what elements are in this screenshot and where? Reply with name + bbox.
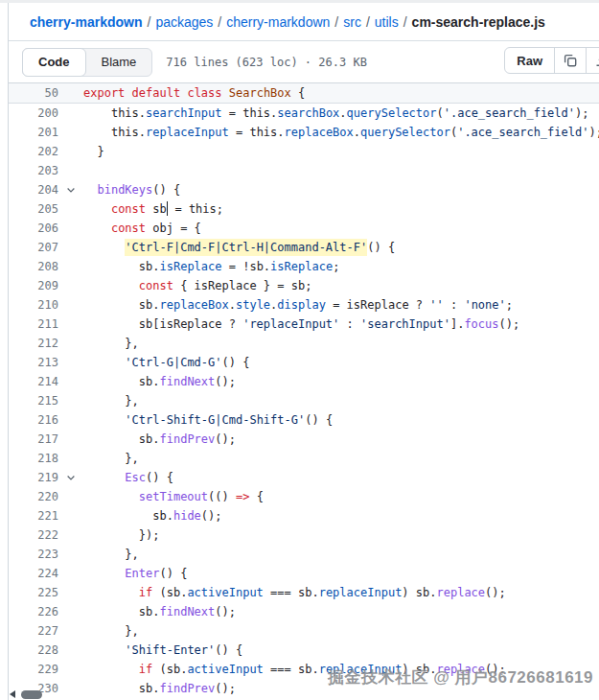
- line-number[interactable]: 217: [9, 430, 58, 449]
- breadcrumb-separator: /: [147, 14, 150, 30]
- code-token: if: [139, 663, 152, 676]
- code-token: {: [249, 490, 263, 503]
- code-token: '.ace_search_field': [457, 126, 588, 139]
- line-number[interactable]: 209: [9, 276, 58, 295]
- code-token: ].: [450, 317, 464, 331]
- code-token: [125, 86, 131, 100]
- file-view-panel: cherry-markdown/packages/cherry-markdown…: [8, 3, 599, 700]
- code-line: 221 sb.hide();: [9, 506, 599, 525]
- line-number[interactable]: 225: [9, 583, 58, 602]
- line-number[interactable]: 229: [9, 660, 58, 679]
- code-token: });: [139, 528, 160, 542]
- line-number[interactable]: 227: [9, 621, 58, 641]
- code-token: replace: [436, 586, 485, 599]
- line-number[interactable]: 216: [9, 410, 58, 430]
- raw-button-group: Raw: [504, 47, 599, 74]
- code-token: bindKeys: [97, 183, 152, 197]
- line-number[interactable]: 201: [9, 123, 58, 142]
- code-token: style: [236, 298, 270, 312]
- code-line: 214 sb.findNext();: [9, 372, 599, 391]
- code-line: 222 });: [9, 525, 599, 545]
- line-number[interactable]: 226: [9, 602, 58, 621]
- line-number[interactable]: 207: [9, 238, 58, 257]
- breadcrumb-link[interactable]: utils: [375, 14, 399, 30]
- breadcrumb-link[interactable]: packages: [155, 14, 213, 30]
- code-line: 228 'Shift-Enter'() {: [9, 641, 599, 660]
- line-number[interactable]: 203: [9, 161, 58, 180]
- code-token: =>: [236, 490, 249, 503]
- code-token: if: [139, 586, 152, 599]
- code-text: }: [83, 142, 104, 161]
- code-token: () {: [146, 471, 173, 484]
- code-token: 'none': [464, 298, 505, 312]
- line-number[interactable]: 223: [9, 545, 58, 564]
- code-token: (sb.: [152, 586, 187, 599]
- line-number[interactable]: 215: [9, 391, 58, 410]
- code-token: '.ace_search_field': [444, 106, 575, 120]
- code-token: = this.: [222, 106, 278, 120]
- code-line: 203: [9, 161, 599, 180]
- breadcrumb-separator: /: [218, 14, 221, 30]
- code-text: this.searchInput = this.searchBox.queryS…: [83, 104, 588, 123]
- code-token: replaceBox: [285, 126, 354, 139]
- line-number[interactable]: 204: [9, 180, 58, 199]
- collapse-chevron-icon[interactable]: [58, 184, 83, 196]
- line-number[interactable]: 220: [9, 487, 58, 506]
- code-line: 218 },: [9, 449, 599, 468]
- code-token: .: [229, 298, 236, 312]
- breadcrumb-link[interactable]: cherry-markdown: [226, 14, 330, 30]
- code-token: sb.: [139, 260, 160, 273]
- copy-button[interactable]: [555, 48, 587, 73]
- line-number[interactable]: 212: [9, 334, 58, 353]
- line-number[interactable]: 206: [9, 219, 58, 238]
- line-number[interactable]: 221: [9, 506, 58, 525]
- code-text: const obj = {: [83, 219, 201, 238]
- line-number[interactable]: 200: [9, 104, 58, 123]
- code-token: const: [111, 202, 146, 216]
- code-text: setTimeout(() => {: [83, 487, 264, 506]
- line-number[interactable]: 218: [9, 449, 58, 468]
- line-number[interactable]: 228: [9, 641, 58, 660]
- code-token: = !sb.: [222, 260, 271, 273]
- collapse-chevron-icon[interactable]: [58, 472, 83, 483]
- code-token: querySelector: [347, 106, 437, 120]
- line-number[interactable]: 214: [9, 372, 58, 391]
- code-token: Esc: [125, 471, 146, 484]
- line-number[interactable]: 208: [9, 257, 58, 276]
- line-number[interactable]: 205: [9, 199, 58, 219]
- code-text: sb.findNext();: [83, 372, 236, 391]
- line-number[interactable]: 219: [9, 468, 58, 487]
- line-number[interactable]: 210: [9, 295, 58, 315]
- code-blame-switcher: Code Blame: [22, 48, 152, 77]
- tab-code[interactable]: Code: [22, 48, 86, 77]
- code-text: 'Ctrl-G|Cmd-G'() {: [83, 353, 249, 372]
- line-number[interactable]: 222: [9, 525, 58, 545]
- code-line: 212 },: [9, 334, 599, 353]
- scrollbar-thumb[interactable]: [21, 690, 42, 699]
- line-number[interactable]: 224: [9, 564, 58, 583]
- line-number[interactable]: 202: [9, 142, 58, 161]
- scrollbar-left-arrow-icon[interactable]: [10, 690, 15, 698]
- code-line: 219 Esc() {: [9, 468, 599, 487]
- code-text: this.replaceInput = this.replaceBox.quer…: [83, 123, 599, 142]
- code-token: 'replaceInput': [242, 317, 339, 331]
- code-line: 205 const sb = this;: [9, 199, 599, 219]
- line-number[interactable]: 50: [9, 83, 58, 103]
- code-token: const: [111, 222, 146, 235]
- code-token: () {: [305, 413, 333, 427]
- code-text: const { isReplace } = sb;: [83, 276, 311, 295]
- breadcrumb-link[interactable]: cherry-markdown: [30, 14, 142, 30]
- tab-blame[interactable]: Blame: [86, 49, 152, 76]
- line-number[interactable]: 211: [9, 315, 58, 334]
- code-text: });: [83, 525, 159, 545]
- code-text: sb.hide();: [83, 506, 222, 525]
- code-line: 204 bindKeys() {: [9, 180, 599, 199]
- download-button[interactable]: [587, 48, 599, 73]
- raw-button[interactable]: Raw: [505, 48, 555, 73]
- breadcrumb-link[interactable]: src: [343, 14, 361, 30]
- code-text: const sb = this;: [83, 199, 223, 219]
- code-line: 226 sb.findNext();: [9, 602, 599, 621]
- code-text: sb[isReplace ? 'replaceInput' : 'searchI…: [83, 315, 519, 334]
- horizontal-scrollbar[interactable]: [0, 688, 599, 700]
- line-number[interactable]: 213: [9, 353, 58, 372]
